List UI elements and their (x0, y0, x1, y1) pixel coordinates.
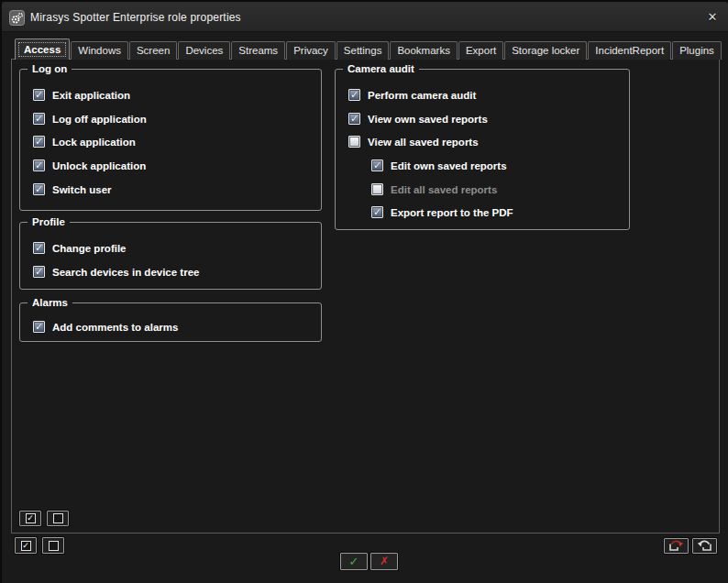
checkbox-perform-camera-audit[interactable]: ✓ (348, 89, 360, 101)
red-cross-icon: ✗ (380, 556, 389, 567)
select-all-tabs-button[interactable]: ✓ (15, 537, 37, 554)
group-title: Alarms (28, 296, 72, 309)
checkbox-label: Exit application (52, 90, 130, 101)
dialog-select-buttons: ✓ ✓ (15, 537, 64, 554)
tab-incidentreport[interactable]: IncidentReport (588, 41, 671, 60)
checkbox-label: Lock application (52, 137, 136, 148)
access-tab-page: Log on ✓ Exit application ✓ Log off appl… (11, 59, 720, 534)
ok-button[interactable]: ✓ (340, 553, 368, 570)
tab-access[interactable]: Access (15, 38, 70, 60)
undo-arrow-icon (696, 540, 713, 552)
bottom-right-buttons (664, 538, 717, 554)
checkbox-label: Unlock application (52, 160, 146, 171)
checkbox-label: Edit all saved reports (391, 184, 497, 195)
checkbox-log-off-application[interactable]: ✓ (33, 113, 45, 125)
group-log-on: Log on ✓ Exit application ✓ Log off appl… (19, 69, 322, 211)
undo-arrow-button[interactable] (692, 538, 717, 554)
tab-windows[interactable]: Windows (71, 41, 128, 60)
checkbox-row: ✓ Switch user (33, 182, 112, 196)
checkbox-label: View all saved reports (368, 137, 479, 148)
tab-streams[interactable]: Streams (231, 41, 285, 60)
checkbox-row: ✓ Search devices in device tree (33, 265, 199, 279)
checkbox-row: ✓ Edit own saved reports (371, 159, 507, 172)
checkbox-view-own-saved-reports[interactable]: ✓ (348, 113, 360, 125)
tab-strip: Access Windows Screen Devices Streams Pr… (15, 38, 722, 60)
checkbox-switch-user[interactable]: ✓ (33, 183, 45, 195)
checkbox-row: ✓ Change profile (33, 241, 127, 255)
checkbox-row: ✓ Unlock application (33, 159, 146, 172)
unchecked-checkbox-icon: ✓ (49, 541, 59, 551)
checked-checkbox-icon: ✓ (21, 541, 31, 551)
group-alarms: Alarms ✓ Add comments to alarms (19, 302, 322, 342)
window-title: Mirasys Spotter Enterprise role properti… (30, 11, 241, 24)
checkbox-unlock-application[interactable]: ✓ (33, 160, 45, 171)
checkbox-export-report-to-pdf[interactable]: ✓ (371, 206, 383, 218)
checkbox-label: Search devices in device tree (52, 267, 199, 278)
checkbox-add-comments-to-alarms[interactable]: ✓ (33, 321, 45, 333)
checkbox-edit-own-saved-reports[interactable]: ✓ (371, 160, 383, 171)
group-camera-audit: Camera audit ✓ Perform camera audit ✓ Vi… (335, 69, 630, 230)
tab-privacy[interactable]: Privacy (286, 41, 336, 60)
page-select-buttons: ✓ ✓ (19, 511, 69, 526)
checkbox-row: ✓ Lock application (33, 135, 136, 148)
checkbox-label: Change profile (52, 243, 127, 254)
checkbox-label: View own saved reports (368, 114, 488, 125)
group-title: Log on (28, 62, 72, 75)
checkbox-row: ✓ Add comments to alarms (33, 320, 178, 334)
checkbox-row: ✓ Log off application (33, 112, 147, 126)
group-title: Camera audit (343, 62, 419, 75)
checkbox-label: Log off application (52, 114, 147, 125)
confirm-buttons: ✓ ✗ (340, 553, 398, 570)
cancel-button[interactable]: ✗ (370, 553, 398, 570)
checkbox-exit-application[interactable]: ✓ (33, 89, 45, 101)
gears-app-icon (9, 10, 25, 26)
checkbox-change-profile[interactable]: ✓ (33, 242, 45, 254)
tab-export[interactable]: Export (458, 41, 503, 60)
checked-checkbox-icon: ✓ (26, 513, 36, 523)
title-bar: Mirasys Spotter Enterprise role properti… (2, 2, 728, 32)
checkbox-row: ✓ View own saved reports (348, 112, 488, 126)
checkbox-label: Switch user (52, 184, 112, 195)
tab-bookmarks[interactable]: Bookmarks (390, 41, 458, 60)
checkbox-row: ✓ Perform camera audit (348, 88, 476, 102)
redo-arrow-button[interactable] (664, 538, 689, 554)
checkbox-row: ✓ View all saved reports (348, 135, 479, 148)
select-all-button[interactable]: ✓ (19, 511, 41, 526)
green-check-icon: ✓ (349, 556, 359, 567)
checkbox-row: ✓ Edit all saved reports (371, 182, 497, 196)
tab-plugins[interactable]: Plugins (672, 41, 722, 60)
checkbox-label: Export report to the PDF (391, 207, 513, 218)
role-properties-dialog: Mirasys Spotter Enterprise role properti… (0, 0, 728, 583)
redo-red-arrow-icon (667, 540, 685, 552)
checkbox-lock-application[interactable]: ✓ (33, 136, 45, 148)
tab-storage-locker[interactable]: Storage locker (504, 41, 587, 60)
tab-devices[interactable]: Devices (178, 41, 230, 60)
group-title: Profile (28, 215, 70, 228)
checkbox-view-all-saved-reports[interactable]: ✓ (348, 136, 360, 148)
close-icon[interactable]: ✕ (705, 10, 720, 25)
checkbox-search-devices-in-device-tree[interactable]: ✓ (33, 266, 45, 278)
tab-screen[interactable]: Screen (129, 41, 177, 60)
checkbox-label: Edit own saved reports (391, 160, 507, 171)
deselect-all-tabs-button[interactable]: ✓ (42, 537, 64, 554)
deselect-all-button[interactable]: ✓ (47, 511, 69, 526)
checkbox-row: ✓ Exit application (33, 88, 130, 102)
checkbox-label: Perform camera audit (368, 90, 476, 101)
checkbox-row: ✓ Export report to the PDF (371, 205, 513, 219)
unchecked-checkbox-icon: ✓ (53, 513, 63, 523)
group-profile: Profile ✓ Change profile ✓ Search device… (19, 222, 322, 290)
tab-settings[interactable]: Settings (336, 41, 390, 60)
checkbox-label: Add comments to alarms (52, 322, 178, 333)
checkbox-edit-all-saved-reports[interactable]: ✓ (371, 183, 383, 195)
